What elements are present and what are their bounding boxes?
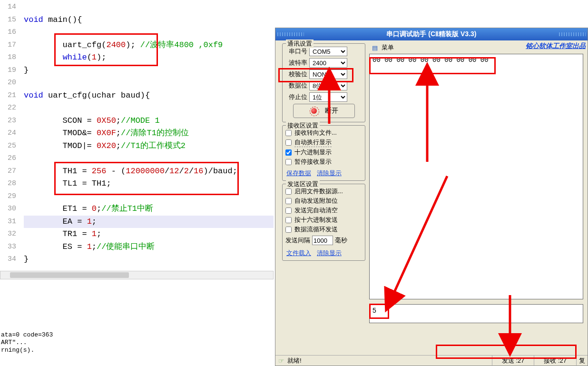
status-sent: 发送 : 27 [492, 356, 534, 366]
tx-file-load-link[interactable]: 文件载入 [286, 249, 311, 257]
window-title: 串口调试助手 (CⅡ精装版 V3.3) [304, 30, 559, 39]
right-panel: ▤ 菜单 00 00 00 00 00 00 00 00 00 00 5 [367, 40, 588, 355]
rx-group: 接收区设置 接收转向文件... 自动换行显示 十六进制显示 暂停接收显示 保存数… [282, 125, 365, 181]
tx-clear-link[interactable]: 清除显示 [317, 249, 342, 257]
window-body: 通讯设置 串口号 COM5 波特率 2400 校验位 NONE 数据位 8位 [275, 40, 588, 355]
disconnect-label: 断开 [325, 107, 338, 115]
tx-data: 5 [372, 307, 376, 314]
databits-label: 数据位 [285, 81, 307, 90]
rx-legend: 接收区设置 [286, 121, 320, 130]
stopbits-select[interactable]: 1位 [309, 92, 347, 102]
rx-save-link[interactable]: 保存数据 [286, 169, 311, 178]
rx-hex-checkbox[interactable] [285, 149, 292, 156]
menu-icon: ▤ [372, 44, 379, 51]
left-panel: 通讯设置 串口号 COM5 波特率 2400 校验位 NONE 数据位 8位 [275, 40, 367, 355]
rx-to-file-checkbox[interactable] [285, 130, 292, 136]
build-line: ata=0 code=363 [1, 331, 274, 339]
tx-interval-label: 发送间隔 [285, 236, 310, 245]
port-label: 串口号 [285, 47, 307, 56]
build-output: ata=0 code=363 ART"... rning(s). [0, 331, 274, 354]
tx-loop-checkbox[interactable] [285, 227, 292, 233]
build-line: rning(s). [1, 346, 274, 354]
editor-code[interactable]: void main(){ uart_cfg(2400); //波特率4800 ,… [20, 0, 274, 283]
tx-hex-checkbox[interactable] [285, 217, 292, 223]
stopbits-label: 停止位 [285, 93, 307, 101]
comm-group: 通讯设置 串口号 COM5 波特率 2400 校验位 NONE 数据位 8位 [282, 43, 365, 122]
rx-wrap-checkbox[interactable] [285, 139, 292, 146]
tx-filesrc-checkbox[interactable] [285, 188, 292, 195]
rx-pause-checkbox[interactable] [285, 159, 292, 165]
build-line: ART"... [1, 339, 274, 346]
status-reset[interactable]: 复 [576, 356, 588, 366]
menu-label: 菜单 [382, 43, 394, 52]
disconnect-button[interactable]: 断开 [293, 104, 355, 118]
tx-interval-unit: 毫秒 [335, 236, 347, 245]
code-editor: 1415161718192021222324252627282930313233… [0, 0, 274, 283]
menu-button[interactable]: ▤ 菜单 [369, 43, 586, 52]
tx-autoclear-checkbox[interactable] [285, 208, 292, 214]
tx-interval-input[interactable] [312, 236, 333, 245]
comm-legend: 通讯设置 [286, 40, 314, 48]
tx-text-area[interactable]: 5 [369, 304, 583, 323]
rx-data: 00 00 00 00 00 00 00 00 00 00 [372, 56, 489, 64]
baud-label: 波特率 [285, 59, 307, 67]
baud-select[interactable]: 2400 [309, 58, 347, 68]
parity-select[interactable]: NONE [309, 69, 347, 79]
status-recv: 接收 : 27 [534, 356, 576, 366]
rx-text-area[interactable]: 00 00 00 00 00 00 00 00 00 00 [369, 54, 583, 299]
status-ready: 就绪! [287, 356, 302, 365]
status-icon: ☞ [278, 357, 284, 365]
databits-select[interactable]: 8位 [309, 81, 347, 90]
parity-label: 校验位 [285, 70, 307, 79]
tx-group: 发送区设置 启用文件数据源... 自动发送附加位 发送完自动清空 按十六进制发送… [282, 184, 365, 261]
editor-h-scrollbar[interactable] [0, 271, 274, 279]
port-select[interactable]: COM5 [309, 47, 347, 56]
tx-extra-checkbox[interactable] [285, 198, 292, 204]
connection-icon [310, 107, 318, 115]
status-bar: ☞ 就绪! 发送 : 27 接收 : 27 复 [275, 355, 588, 366]
title-bar[interactable]: 串口调试助手 (CⅡ精装版 V3.3) [275, 28, 588, 40]
rx-clear-link[interactable]: 清除显示 [317, 169, 342, 178]
scrollbar-thumb[interactable] [10, 272, 129, 278]
tx-legend: 发送区设置 [286, 180, 320, 188]
editor-gutter: 1415161718192021222324252627282930313233… [0, 0, 20, 283]
serial-tool-window: 串口调试助手 (CⅡ精装版 V3.3) 铭心软体工作室出品 通讯设置 串口号 C… [275, 28, 588, 366]
